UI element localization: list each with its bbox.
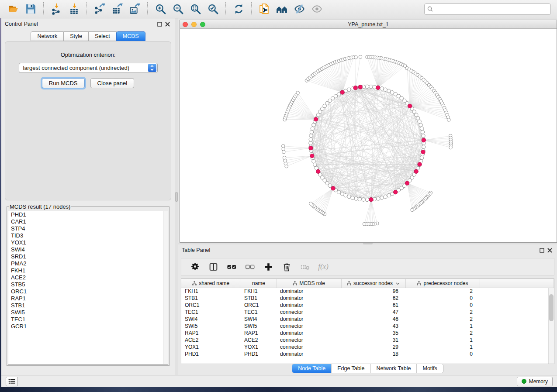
zoom-selected-button[interactable] (204, 2, 221, 17)
network-node[interactable] (411, 208, 414, 212)
network-node-mcds[interactable] (421, 150, 425, 154)
table-cell[interactable]: dominator (277, 316, 341, 323)
mcds-result-item[interactable]: GCR1 (8, 323, 168, 330)
mcds-result-item[interactable]: ORC1 (8, 288, 168, 295)
table-cell[interactable]: dominator (277, 330, 341, 337)
network-node[interactable] (422, 134, 425, 138)
network-node-mcds[interactable] (316, 169, 320, 173)
table-cell[interactable]: 47 (341, 309, 405, 316)
clone-network-button[interactable] (256, 2, 273, 17)
column-header-shared-name[interactable]: shared name (181, 279, 241, 288)
network-node-mcds[interactable] (353, 86, 357, 89)
hide-selected-button[interactable] (291, 2, 308, 17)
float-window-icon[interactable] (156, 20, 163, 28)
close-icon[interactable] (163, 20, 171, 28)
table-cell[interactable]: 96 (341, 288, 405, 295)
network-node[interactable] (337, 93, 341, 96)
network-node[interactable] (309, 141, 312, 145)
network-node[interactable] (310, 130, 313, 134)
table-row[interactable]: YOX1YOX1connector291 (181, 344, 554, 351)
column-header-name[interactable]: name (241, 279, 277, 288)
table-cell[interactable]: YOX1 (181, 344, 241, 351)
scrollbar-thumb[interactable] (549, 294, 554, 321)
network-node[interactable] (313, 163, 317, 166)
network-node[interactable] (387, 89, 391, 93)
network-node[interactable] (365, 85, 369, 88)
table-cell[interactable]: connector (277, 309, 341, 316)
table-cell[interactable]: 0 (405, 351, 480, 358)
network-node[interactable] (354, 55, 358, 59)
network-node-mcds[interactable] (369, 198, 373, 202)
table-cell[interactable]: 43 (341, 323, 405, 330)
table-cell[interactable]: ACE2 (241, 337, 277, 344)
tab-motifs[interactable]: Motifs (416, 364, 443, 373)
show-all-button[interactable] (308, 2, 325, 17)
network-node[interactable] (347, 195, 351, 198)
table-scrollbar[interactable] (548, 288, 554, 364)
network-node[interactable] (351, 196, 354, 199)
network-node[interactable] (358, 197, 361, 201)
table-cell[interactable]: 35 (341, 330, 405, 337)
network-node[interactable] (419, 123, 422, 127)
import-network-button[interactable] (48, 2, 65, 17)
table-row[interactable]: RAP1RAP1dominator352 (181, 330, 554, 337)
table-cell[interactable]: 46 (341, 316, 405, 323)
network-node[interactable] (384, 195, 387, 198)
network-node[interactable] (447, 118, 450, 122)
table-cell[interactable]: ORC1 (181, 302, 241, 309)
splitter-grip[interactable] (175, 192, 178, 202)
mcds-result-item[interactable]: PHD1 (8, 211, 168, 218)
show-column-button[interactable] (206, 260, 221, 273)
run-mcds-button[interactable]: Run MCDS (42, 78, 85, 88)
mcds-result-item[interactable]: TID3 (8, 232, 168, 239)
first-neighbors-button[interactable] (273, 2, 291, 17)
network-node[interactable] (309, 134, 313, 138)
network-node[interactable] (281, 144, 285, 148)
network-node-mcds[interactable] (408, 104, 412, 108)
network-node[interactable] (380, 87, 384, 90)
function-builder-button[interactable]: f(x) (316, 260, 331, 273)
network-node[interactable] (309, 138, 312, 141)
table-cell[interactable]: 29 (341, 344, 405, 351)
tab-node-table[interactable]: Node Table (292, 364, 331, 373)
table-cell[interactable]: 0 (405, 295, 480, 302)
refresh-view-button[interactable] (230, 2, 247, 17)
network-node-mcds[interactable] (310, 154, 314, 158)
save-session-button[interactable] (22, 2, 39, 17)
column-header-predecessor-nodes[interactable]: predecessor nodes (405, 279, 480, 288)
tab-network[interactable]: Network (31, 31, 64, 41)
tab-select[interactable]: Select (89, 31, 117, 41)
table-cell[interactable]: 18 (341, 351, 405, 358)
table-row[interactable]: STB1STB1dominator620 (181, 295, 554, 302)
network-node[interactable] (384, 88, 387, 91)
mcds-result-list[interactable]: PHD1CAR1STP4TID3YOX1SWI4SRD1PMA2FKH1ACE2… (8, 211, 168, 364)
network-node[interactable] (309, 202, 313, 206)
mcds-list-scrollbar[interactable] (163, 211, 168, 364)
network-node[interactable] (418, 120, 421, 123)
close-icon[interactable] (546, 246, 554, 254)
mcds-result-item[interactable]: ACE2 (8, 274, 168, 281)
table-cell[interactable]: 2 (405, 309, 480, 316)
table-row[interactable]: SWI5SWI5connector431 (181, 323, 554, 330)
network-node[interactable] (311, 127, 314, 130)
zoom-in-button[interactable] (152, 2, 169, 17)
close-panel-button[interactable]: Close panel (90, 78, 135, 88)
table-cell[interactable]: SWI5 (241, 323, 277, 330)
delete-table-button[interactable] (298, 260, 312, 273)
table-cell[interactable]: connector (277, 337, 341, 344)
table-cell[interactable]: 61 (341, 302, 405, 309)
table-cell[interactable]: dominator (277, 351, 341, 358)
mcds-result-item[interactable]: RAP1 (8, 295, 168, 302)
table-cell[interactable]: ORC1 (241, 302, 277, 309)
table-cell[interactable]: PHD1 (181, 351, 241, 358)
table-cell[interactable]: 0 (405, 302, 480, 309)
network-node[interactable] (347, 88, 351, 91)
zoom-out-button[interactable] (169, 2, 187, 17)
network-node[interactable] (362, 198, 365, 201)
table-cell[interactable]: SWI5 (181, 323, 241, 330)
delete-column-button[interactable] (279, 260, 294, 273)
table-cell[interactable]: TEC1 (181, 309, 241, 316)
table-cell[interactable]: SWI4 (181, 316, 241, 323)
table-cell[interactable]: FKH1 (181, 288, 241, 295)
mcds-result-item[interactable]: STP4 (8, 225, 168, 232)
